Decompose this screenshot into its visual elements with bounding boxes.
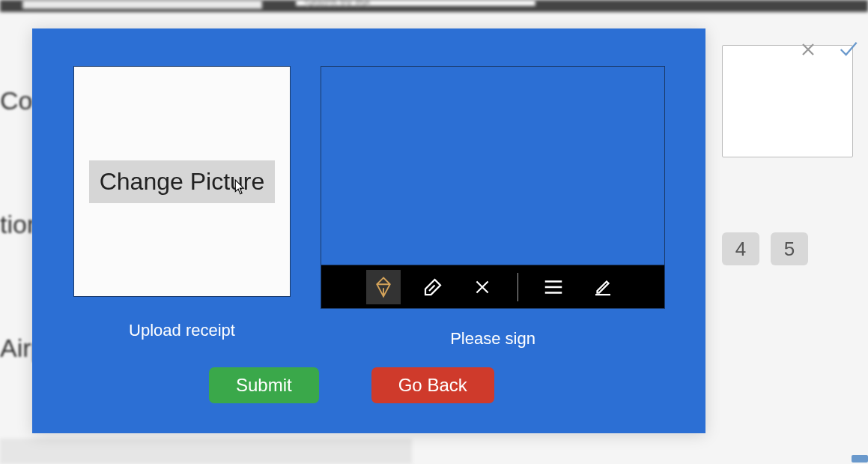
pen-tool-button[interactable] bbox=[366, 270, 401, 304]
rating-box[interactable]: 5 bbox=[771, 232, 808, 265]
bg-signature-preview-box bbox=[722, 45, 853, 157]
clear-icon bbox=[473, 277, 492, 297]
upload-sign-modal: Change Picture Upload receipt bbox=[32, 28, 705, 433]
scrollbar-thumb[interactable] bbox=[852, 455, 868, 463]
lines-tool-button[interactable] bbox=[536, 270, 571, 304]
toolbar-divider bbox=[518, 273, 518, 301]
modal-action-buttons: Submit Go Back bbox=[32, 367, 705, 403]
edit-icon bbox=[592, 276, 614, 298]
upload-receipt-box: Change Picture bbox=[73, 66, 291, 297]
signature-caption: Please sign bbox=[450, 329, 535, 349]
submit-button[interactable]: Submit bbox=[209, 367, 319, 403]
eraser-tool-button[interactable] bbox=[416, 270, 450, 304]
lines-icon bbox=[542, 276, 565, 298]
signature-toolbar bbox=[321, 265, 665, 309]
go-back-button[interactable]: Go Back bbox=[371, 367, 494, 403]
pen-icon bbox=[372, 276, 395, 298]
change-picture-button[interactable]: Change Picture bbox=[89, 160, 276, 203]
bg-bottom-panel bbox=[0, 439, 412, 464]
rating-box[interactable]: 4 bbox=[722, 232, 759, 265]
clear-tool-button[interactable] bbox=[465, 270, 500, 304]
upload-panel: Change Picture Upload receipt bbox=[73, 66, 291, 349]
bg-status-dropdown bbox=[22, 0, 262, 9]
edit-tool-button[interactable] bbox=[586, 270, 620, 304]
bg-search-input: Search for the bbox=[296, 0, 535, 6]
signature-canvas[interactable] bbox=[321, 66, 665, 265]
close-icon[interactable] bbox=[798, 39, 819, 65]
signature-panel: Please sign bbox=[321, 66, 665, 349]
upload-caption: Upload receipt bbox=[129, 321, 235, 340]
check-icon[interactable] bbox=[835, 39, 861, 65]
eraser-icon bbox=[422, 276, 444, 298]
